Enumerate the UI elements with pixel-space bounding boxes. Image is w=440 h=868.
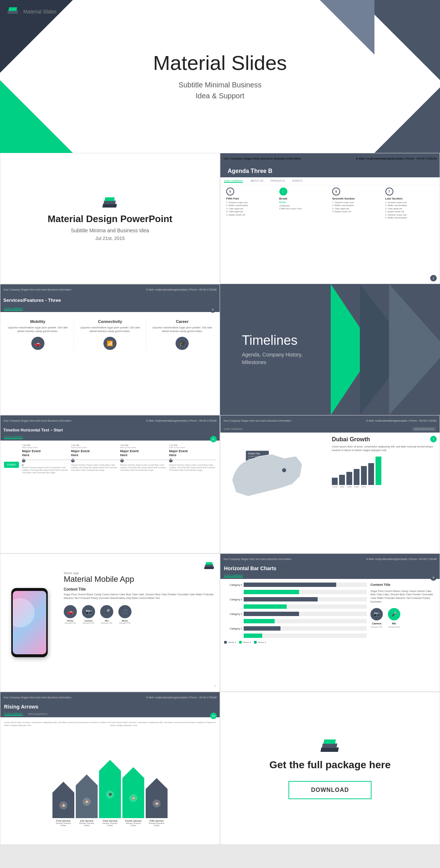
bar-4 [354, 469, 360, 485]
corner-decoration-tr2 [320, 0, 374, 55]
bars-right-content: Content Title Sugar Plum Gummi Bears Can… [370, 583, 436, 644]
bars-content-title: Content Title [370, 583, 436, 587]
timelines-text: Timelines Agenda, Company History,Milest… [242, 333, 302, 366]
bar-track-1b [244, 634, 367, 638]
phone-screen [13, 591, 46, 654]
stack-icon [103, 196, 117, 208]
bars-right-icons: 📷 Camera Dessert Pie 🎤 Mic Dessert Pie [370, 608, 436, 628]
bar-chart [332, 456, 436, 485]
divider1 [74, 319, 74, 350]
service-career-desc: Liquorice marshmallow sugar plum powder.… [150, 326, 215, 333]
arrow-third: 🎓 Third Service Dessert TiramisuCotton [99, 760, 121, 826]
event-3: 7:52 PM New Event Here Major EventHere D… [120, 444, 167, 474]
download-button[interactable]: DOWNLOAD [288, 781, 372, 799]
download-title: Get the full package here [270, 759, 391, 771]
arrow-third-head [99, 760, 121, 771]
service-career-title: Career [150, 319, 215, 324]
cat-row-1: Category 1 [224, 626, 367, 631]
cat-label-1: Category 1 [224, 627, 242, 630]
tab-about[interactable]: ABOUT US [250, 179, 263, 183]
arrows-tab-oc[interactable]: OUR COMPANY [4, 713, 23, 716]
logo-area: Material Slides [7, 7, 57, 17]
bar-4-s1 [244, 583, 336, 587]
dl-layer3 [323, 739, 336, 744]
slide-uae-map: Your Company Slogan Here and some Busine… [220, 415, 440, 553]
agenda-company: Your Company Slogan Here and some Busine… [223, 157, 301, 160]
bar-track-4b [244, 590, 367, 594]
agenda-header: Your Company Slogan Here and some Busine… [220, 153, 440, 163]
cat-row-4b [224, 590, 367, 594]
bar-2 [339, 475, 345, 485]
event-1-label: New Event Here [22, 446, 69, 449]
tab-company[interactable]: OUR COMPANY [224, 179, 243, 183]
app-icon-music: 🎵 Music Dessert Pie [118, 605, 131, 624]
tab-events[interactable]: EVENTS [292, 179, 302, 183]
event-2-label: New Event Here [71, 446, 118, 449]
phone-area [0, 554, 59, 691]
app-content-text: Sugar Plum Gummi Bears Candy Canes Damon… [64, 593, 215, 600]
cat-row-3: Category 3 [224, 597, 367, 601]
corner-decoration-br [374, 87, 440, 153]
arrow-third-sub: Dessert TiramisuCotton [102, 822, 117, 826]
tl-label-6: Seventh Section [332, 197, 383, 200]
event-4-label: New Event Here [169, 446, 216, 449]
bars-contact: E-Mail: me@materialdesigntemplate | Phon… [366, 558, 437, 560]
bars-tabs: OUR COMPANY [220, 573, 440, 579]
bars-content-text: Sugar Plum Gummi Bears Candy Canes Danis… [370, 589, 436, 604]
bar-3-s2 [244, 604, 287, 609]
arrow-fifth: 🏠 Fifth Service Dessert BusinessCotton [146, 778, 168, 826]
event-2-title: Major EventHere [71, 449, 118, 457]
arrows-left-text: Lorem ipsum dolor sit amet, consetetur s… [4, 721, 110, 727]
legend-label-s3: Series 3 [258, 641, 266, 643]
tl-label-7: Last Section [385, 197, 436, 200]
bars-tab-oc[interactable]: OUR COMPANY [224, 574, 243, 577]
legend-s1: Series 1 [224, 641, 236, 644]
arrows-tab-infographic[interactable]: INFOGRAPHICS [28, 713, 47, 715]
bar-label-2014: 2014 [361, 486, 367, 488]
bar-1-s2 [244, 634, 262, 638]
map-area: Dubai CityLorem ipsum dolordit amet, com… [224, 436, 328, 527]
bars-camera-icon: 📷 [370, 608, 383, 620]
arrow-second-label: 2nd Service [80, 820, 94, 822]
map-content: Dubai CityLorem ipsum dolordit amet, com… [220, 433, 440, 531]
tab-products[interactable]: PRODUCTS [271, 179, 285, 183]
bar-7 [376, 457, 381, 485]
slide-timeline-horizontal: Your Company Slogan Here and some Busine… [0, 415, 220, 553]
bar-2-s2 [244, 619, 275, 623]
tl-label-5: Fifth Part [226, 197, 277, 200]
career-icon: 🎓 [176, 337, 189, 350]
slide-rising-arrows: Your Company Slogan Here and some Busine… [0, 692, 220, 845]
left-chart: Category 4 Category 3 [224, 583, 367, 644]
arrow-medium [389, 284, 440, 415]
services-tab-company[interactable]: OUR COMPANY [4, 307, 23, 311]
arrow-fourth-body: 🏠 [122, 767, 144, 818]
arrow-fourth-sub: Dessert TiramisuCotton [126, 822, 141, 826]
arrows-title: Rising Arrows [0, 702, 220, 711]
bars-company: Your Company Slogan Here and some Busine… [223, 558, 291, 560]
map-contact: E-Mail: me@materialdesigntemplate | Phon… [366, 419, 437, 422]
services-tabs: OUR COMPANY [0, 306, 220, 312]
arrow-first-rect: 🏠 [52, 793, 74, 818]
arrow-first-head [52, 782, 74, 793]
map-tab-oc[interactable]: OUR COMPANY [224, 428, 243, 430]
services-company: Your Company Slogan Here and some Busine… [3, 288, 71, 291]
cat-label-4: Category 4 [224, 584, 242, 586]
cat-label-3: Category 3 [224, 598, 242, 601]
tl-horiz-tab[interactable]: OUR COMPANY [4, 436, 23, 439]
app-stack-l1 [204, 567, 214, 569]
bar-track-3 [244, 597, 367, 601]
arrow-fourth-label: Fourth Service [125, 820, 142, 822]
arrows-right-text: Lorem ipsum dolor sit amet, consetetur s… [110, 721, 216, 727]
event-4-title: Major EventHere [169, 449, 216, 457]
app-icon-mic: 🎤 Mic Dessert Pie [100, 605, 113, 624]
map-tab-infographic[interactable]: INFOGRAPHICS [412, 427, 436, 431]
tl-horiz-company: Your Company Slogan Here and some Busine… [3, 419, 71, 422]
arrow-first-label: First Service [56, 820, 71, 822]
bar-1-s1 [244, 626, 280, 631]
bar-3 [346, 472, 352, 485]
slide-agenda: Your Company Slogan Here and some Busine… [220, 153, 440, 284]
mobility-icon: 🚗 [31, 337, 44, 350]
mic-icon: 🎤 [100, 605, 113, 618]
event-2-desc: Dessert Tiramisu Sweet Cotton Candy Bear… [71, 464, 118, 472]
slide-services: Your Company Slogan Here and some Busine… [0, 284, 220, 415]
